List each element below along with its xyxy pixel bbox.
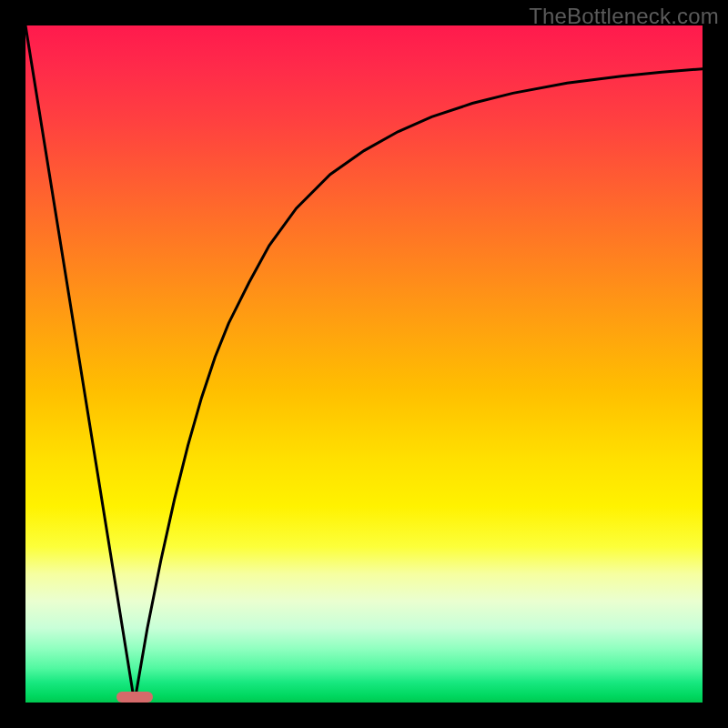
bottleneck-curve bbox=[25, 25, 703, 703]
plot-area bbox=[25, 25, 703, 703]
chart-frame: TheBottleneck.com bbox=[0, 0, 728, 728]
optimal-marker bbox=[116, 692, 153, 703]
